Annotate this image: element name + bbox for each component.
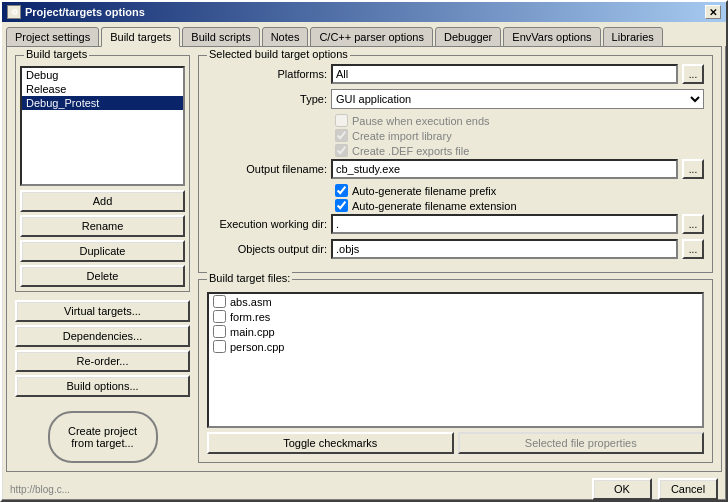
create-def-checkbox[interactable] (335, 144, 348, 157)
auto-prefix-row: Auto-generate filename prefix (335, 184, 704, 197)
create-import-label: Create import library (352, 130, 452, 142)
type-row: Type: GUI application Console applicatio… (207, 89, 704, 109)
build-options-button[interactable]: Build options... (15, 375, 190, 397)
watermark: http://blog.c... (10, 484, 586, 495)
execution-dir-browse-button[interactable]: ... (682, 214, 704, 234)
auto-extension-label: Auto-generate filename extension (352, 200, 517, 212)
tab-content: Build targets Debug Release Debug_Protes… (6, 46, 722, 472)
create-import-row: Create import library (335, 129, 704, 142)
create-project-button[interactable]: Create projectfrom target... (48, 411, 158, 463)
tab-build-targets[interactable]: Build targets (101, 27, 180, 47)
platforms-input[interactable] (331, 64, 678, 84)
pause-label: Pause when execution ends (352, 115, 490, 127)
create-import-checkbox[interactable] (335, 129, 348, 142)
delete-button[interactable]: Delete (20, 265, 185, 287)
output-filename-row: Output filename: ... (207, 159, 704, 179)
objects-dir-browse-button[interactable]: ... (682, 239, 704, 259)
platforms-row: Platforms: ... (207, 64, 704, 84)
main-window: ⚙ Project/targets options ✕ Project sett… (0, 0, 728, 502)
build-target-files-group: Build target files: abs.asm form.res mai… (198, 279, 713, 463)
file-person-checkbox[interactable] (213, 340, 226, 353)
duplicate-button[interactable]: Duplicate (20, 240, 185, 262)
reorder-button[interactable]: Re-order... (15, 350, 190, 372)
auto-prefix-label: Auto-generate filename prefix (352, 185, 496, 197)
list-item-debug-protest[interactable]: Debug_Protest (22, 96, 183, 110)
ellipsis-icon4: ... (689, 244, 697, 255)
tab-envvars[interactable]: EnvVars options (503, 27, 600, 47)
platforms-browse-button[interactable]: ... (682, 64, 704, 84)
add-button[interactable]: Add (20, 190, 185, 212)
file-form-label: form.res (230, 311, 270, 323)
extra-buttons: Virtual targets... Dependencies... Re-or… (15, 300, 190, 397)
dependencies-button[interactable]: Dependencies... (15, 325, 190, 347)
file-item-person[interactable]: person.cpp (209, 339, 702, 354)
toggle-checkmarks-button[interactable]: Toggle checkmarks (207, 432, 454, 454)
auto-extension-row: Auto-generate filename extension (335, 199, 704, 212)
left-panel: Build targets Debug Release Debug_Protes… (15, 55, 190, 463)
tab-build-scripts[interactable]: Build scripts (182, 27, 259, 47)
list-item-release[interactable]: Release (22, 82, 183, 96)
file-main-checkbox[interactable] (213, 325, 226, 338)
pause-row: Pause when execution ends (335, 114, 704, 127)
bottom-bar: http://blog.c... OK Cancel (2, 472, 726, 502)
pause-checkbox[interactable] (335, 114, 348, 127)
create-def-label: Create .DEF exports file (352, 145, 469, 157)
file-item-form[interactable]: form.res (209, 309, 702, 324)
output-filename-label: Output filename: (207, 163, 327, 175)
type-select[interactable]: GUI application Console application Stat… (331, 89, 704, 109)
ellipsis-icon2: ... (689, 164, 697, 175)
objects-dir-label: Objects output dir: (207, 243, 327, 255)
ellipsis-icon: ... (689, 69, 697, 80)
files-group-title: Build target files: (207, 272, 292, 284)
files-bottom-bar: Toggle checkmarks Selected file properti… (207, 432, 704, 454)
execution-dir-label: Execution working dir: (207, 218, 327, 230)
build-targets-list[interactable]: Debug Release Debug_Protest (20, 66, 185, 186)
title-bar: ⚙ Project/targets options ✕ (2, 2, 726, 22)
selected-file-properties-button[interactable]: Selected file properties (458, 432, 705, 454)
auto-prefix-checkbox[interactable] (335, 184, 348, 197)
ok-button[interactable]: OK (592, 478, 652, 500)
files-list[interactable]: abs.asm form.res main.cpp person.cpp (207, 292, 704, 428)
build-targets-group-title: Build targets (24, 48, 89, 60)
output-filename-input[interactable] (331, 159, 678, 179)
selected-target-options-group: Selected build target options Platforms:… (198, 55, 713, 273)
right-panel: Selected build target options Platforms:… (198, 55, 713, 463)
output-filename-browse-button[interactable]: ... (682, 159, 704, 179)
tabs-bar: Project settings Build targets Build scr… (2, 22, 726, 46)
file-item-abs[interactable]: abs.asm (209, 294, 702, 309)
file-main-label: main.cpp (230, 326, 275, 338)
title-bar-left: ⚙ Project/targets options (7, 5, 145, 19)
tab-notes[interactable]: Notes (262, 27, 309, 47)
create-def-row: Create .DEF exports file (335, 144, 704, 157)
file-person-label: person.cpp (230, 341, 284, 353)
list-item-debug[interactable]: Debug (22, 68, 183, 82)
tab-libraries[interactable]: Libraries (603, 27, 663, 47)
window-title: Project/targets options (25, 6, 145, 18)
tab-project-settings[interactable]: Project settings (6, 27, 99, 47)
file-form-checkbox[interactable] (213, 310, 226, 323)
file-item-main[interactable]: main.cpp (209, 324, 702, 339)
execution-dir-input[interactable] (331, 214, 678, 234)
tab-debugger[interactable]: Debugger (435, 27, 501, 47)
rename-button[interactable]: Rename (20, 215, 185, 237)
file-abs-label: abs.asm (230, 296, 272, 308)
tab-cpp-parser[interactable]: C/C++ parser options (310, 27, 433, 47)
file-abs-checkbox[interactable] (213, 295, 226, 308)
build-targets-group: Build targets Debug Release Debug_Protes… (15, 55, 190, 292)
app-icon: ⚙ (7, 5, 21, 19)
type-label: Type: (207, 93, 327, 105)
target-buttons: Add Rename Duplicate Delete (20, 190, 185, 287)
auto-extension-checkbox[interactable] (335, 199, 348, 212)
create-project-label: Create projectfrom target... (68, 425, 137, 449)
build-targets-list-container: Debug Release Debug_Protest Add Rename D… (20, 66, 185, 287)
platforms-label: Platforms: (207, 68, 327, 80)
target-options-title: Selected build target options (207, 48, 350, 60)
virtual-targets-button[interactable]: Virtual targets... (15, 300, 190, 322)
close-button[interactable]: ✕ (705, 5, 721, 19)
objects-dir-input[interactable] (331, 239, 678, 259)
execution-dir-row: Execution working dir: ... (207, 214, 704, 234)
cancel-button[interactable]: Cancel (658, 478, 718, 500)
ellipsis-icon3: ... (689, 219, 697, 230)
objects-dir-row: Objects output dir: ... (207, 239, 704, 259)
